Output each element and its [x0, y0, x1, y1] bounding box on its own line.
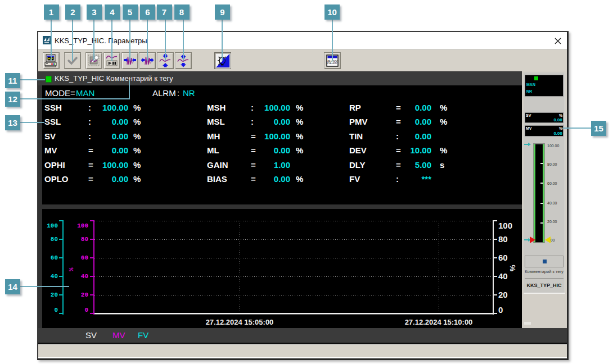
- gauge-tick: [540, 222, 543, 224]
- axis-tick-mv-axis: [90, 294, 93, 295]
- axis-tick-mv-axis: [90, 239, 93, 240]
- param-unit: %: [133, 129, 141, 143]
- param-separator: =: [88, 158, 93, 172]
- param-label: SSL: [44, 115, 61, 129]
- axis-label-sv-axis: 0: [42, 307, 58, 313]
- faceplate-mv-value: 0.00: [540, 131, 562, 136]
- axis-tick-fv-axis: [494, 257, 497, 258]
- close-icon[interactable]: [553, 36, 563, 46]
- param-unit: %: [296, 101, 303, 115]
- param-label: TIN: [349, 129, 363, 143]
- faceplate-divider: [525, 278, 564, 279]
- legend-item-MV[interactable]: MV: [112, 328, 125, 343]
- callout-badge-9: 9: [215, 4, 230, 20]
- param-unit: %: [133, 158, 141, 172]
- callout-leader-5: [129, 20, 130, 61]
- callout-badge-2: 2: [65, 4, 80, 20]
- axis-label-fv-axis: 60: [498, 253, 521, 262]
- page: { "callouts": ["1","2","3","4","5","6","…: [0, 0, 613, 364]
- param-value: 5.00: [406, 158, 431, 172]
- param-separator: :: [88, 101, 91, 115]
- param-row-GAIN: GAIN=1.00: [207, 158, 303, 172]
- gauge-scale-label: 20.00: [547, 220, 564, 224]
- param-value: 10.00: [406, 143, 431, 157]
- axis-label-mv-axis: 20: [65, 292, 88, 298]
- gauge-tick: [540, 203, 543, 204]
- gauge-scale-label: 80.00: [547, 162, 564, 167]
- axis-label-mv-axis: 40: [65, 273, 88, 280]
- callout-leader-9: [222, 20, 223, 61]
- param-column-3: RP=0.00%PMV=0.00%TIN:0.00DEV=10.00%DLY=5…: [349, 101, 448, 186]
- param-label: GAIN: [207, 158, 228, 172]
- callout-leader-8: [183, 20, 184, 61]
- param-row-RP: RP=0.00%: [349, 101, 448, 115]
- trend-chart[interactable]: 100806040200100806040200100806040200%%27…: [42, 209, 522, 328]
- gauge-yellow-pointer-icon[interactable]: [545, 236, 551, 243]
- status-bar: [38, 344, 567, 357]
- axis-line-mv-axis: [93, 220, 94, 315]
- axis-tick-fv-axis: [494, 276, 497, 277]
- axis-tick-sv-axis: [59, 257, 62, 258]
- axis-tick-mv-axis: [90, 313, 93, 314]
- axis-label-fv-axis: 40: [498, 272, 521, 281]
- param-separator: =: [396, 115, 401, 129]
- axis-tick-sv-axis: [59, 276, 62, 277]
- param-label: DLY: [349, 158, 366, 172]
- callout-leader-14: [20, 286, 69, 287]
- param-value: 100.00: [261, 129, 290, 143]
- callout-leader-13: [20, 122, 44, 123]
- callout-leader-1: [51, 20, 52, 61]
- param-value: 0.00: [261, 115, 290, 129]
- axis-tick-sv-axis: [59, 239, 62, 240]
- param-value: 0.00: [261, 172, 290, 186]
- callout-badge-12: 12: [5, 92, 20, 107]
- callout-badge-4: 4: [105, 4, 120, 20]
- alarm-label: ALRM: [152, 85, 176, 101]
- gauge-scale-label: 100.00: [547, 144, 564, 148]
- faceplate-mode: MAN: [526, 83, 535, 87]
- axis-tick-mv-axis: [90, 220, 93, 221]
- param-row-DEV: DEV=10.00%: [349, 143, 448, 157]
- faceplate-bar-gauge: [534, 144, 544, 243]
- param-unit: %: [440, 115, 447, 129]
- param-value: 0.00: [98, 172, 128, 186]
- grid-line-v: [240, 221, 240, 313]
- param-label: BIAS: [207, 172, 227, 186]
- callout-badge-1: 1: [44, 4, 59, 20]
- param-label: SSH: [44, 101, 62, 115]
- backlight-lamp-button[interactable]: [214, 52, 231, 69]
- grid-line-h: [94, 295, 493, 295]
- callout-badge-5: 5: [123, 4, 138, 20]
- gauge-red-pointer-icon[interactable]: [530, 236, 535, 243]
- faceplate-small-mark: [524, 322, 531, 325]
- legend-item-SV[interactable]: SV: [85, 328, 97, 343]
- axis-tick-sv-axis: [59, 220, 62, 221]
- axis-label-fv-axis: 80: [498, 235, 521, 244]
- grid-line-v: [439, 221, 439, 313]
- param-label: MSL: [207, 115, 225, 129]
- param-label: MV: [44, 143, 57, 157]
- param-separator: =: [88, 143, 93, 157]
- param-label: RP: [349, 101, 361, 115]
- app-logo-icon: [43, 36, 51, 44]
- param-row-SSH: SSH:100.00%: [44, 101, 140, 115]
- param-value: 100.00: [261, 101, 290, 115]
- param-separator: =: [88, 172, 93, 186]
- legend-item-FV[interactable]: FV: [138, 328, 148, 343]
- param-row-ML: ML=0.00%: [207, 143, 303, 157]
- gauge-tick: [540, 183, 543, 184]
- callout-badge-8: 8: [174, 4, 190, 20]
- grid-line-h: [94, 221, 493, 221]
- axis-tick-fv-axis: [494, 220, 497, 221]
- alarm-value: NR: [183, 85, 195, 101]
- param-separator: =: [251, 143, 256, 157]
- axis-label-fv-axis: 20: [498, 290, 521, 299]
- fv-axis-percent-label: %: [508, 263, 517, 271]
- callout-badge-15: 15: [591, 121, 606, 136]
- param-separator: =: [251, 172, 256, 186]
- trend-legend-bar: SVMVFV: [38, 328, 567, 343]
- faceplate-comment: Комментарий к тегу: [524, 269, 565, 275]
- callout-leader-7: [165, 20, 166, 61]
- faceplate-setpoint-button[interactable]: [525, 256, 564, 267]
- param-value: 0.00: [406, 129, 431, 143]
